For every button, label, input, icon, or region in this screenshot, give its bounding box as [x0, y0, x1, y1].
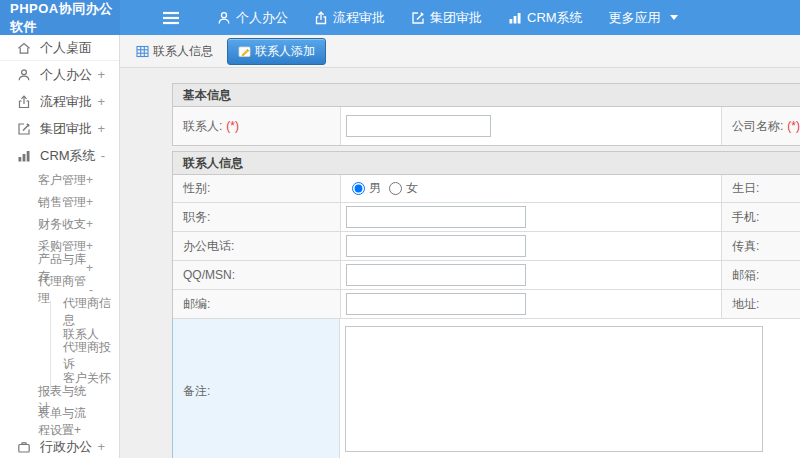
table-icon: [136, 45, 149, 58]
expand-plus-icon[interactable]: +: [86, 195, 93, 209]
contact-name-cell: [341, 107, 722, 145]
form-row-qq-msn: QQ/MSN: 邮箱:: [173, 261, 800, 290]
form-row-office-phone: 办公电话: 传真:: [173, 232, 800, 261]
zip-code-cell: [341, 290, 722, 318]
sidebar-item-label: 财务收支: [38, 216, 86, 233]
sidebar-item-label: 代理商信息: [63, 295, 119, 329]
tab-contact-info[interactable]: 联系人信息: [130, 39, 219, 64]
qq-msn-cell: [341, 261, 722, 289]
sidebar-item-crm[interactable]: CRM系统 -: [0, 142, 119, 169]
address-label: 地址:: [722, 290, 800, 318]
remarks-textarea[interactable]: [345, 326, 763, 452]
sidebar-item-admin-office[interactable]: 行政办公 +: [0, 433, 119, 458]
hamburger-icon: [162, 11, 180, 25]
sidebar-item-group-approval[interactable]: 集团审批 +: [0, 115, 119, 142]
office-phone-input[interactable]: [346, 235, 526, 257]
female-radio[interactable]: [389, 182, 402, 195]
female-radio-label[interactable]: 女: [406, 180, 418, 197]
form-row-gender: 性别: 男 女 生日:: [173, 175, 800, 203]
office-phone-label: 办公电话:: [173, 232, 341, 260]
sidebar-subgroup-agent: 代理商信息 联系人 代理商投诉 客户关怀: [50, 301, 119, 389]
edit-pencil-icon: [238, 45, 251, 58]
sidebar-item-sales-mgmt[interactable]: 销售管理 +: [0, 191, 119, 213]
home-icon: [17, 41, 32, 55]
collapse-minus-icon[interactable]: -: [101, 148, 105, 163]
male-radio-label[interactable]: 男: [369, 180, 381, 197]
bar-chart-icon: [17, 149, 32, 163]
section-header-basic-info: 基本信息: [173, 84, 800, 107]
expand-plus-icon[interactable]: +: [97, 67, 105, 82]
menu-toggle-button[interactable]: [162, 11, 180, 25]
birthday-label: 生日:: [722, 175, 800, 202]
expand-plus-icon[interactable]: +: [86, 239, 93, 253]
sidebar-item-label: 客户管理: [38, 172, 86, 189]
sidebar-item-personal-desktop[interactable]: 个人桌面: [0, 35, 119, 61]
form-row-contact: 联系人:(*) 公司名称:(*): [173, 107, 800, 145]
required-mark: (*): [226, 119, 239, 133]
sidebar-item-finance[interactable]: 财务收支 +: [0, 213, 119, 235]
company-name-label: 公司名称:(*): [722, 107, 800, 145]
nav-item-workflow-approval[interactable]: 流程审批: [301, 0, 398, 35]
sidebar-item-customer-mgmt[interactable]: 客户管理 +: [0, 169, 119, 191]
expand-plus-icon[interactable]: +: [86, 217, 93, 231]
zip-code-input[interactable]: [346, 293, 526, 315]
email-label: 邮箱:: [722, 261, 800, 289]
fax-label: 传真:: [722, 232, 800, 260]
sidebar-item-agent-complaints[interactable]: 代理商投诉: [51, 345, 119, 367]
qq-msn-label: QQ/MSN:: [173, 261, 341, 289]
sidebar-item-label: 个人办公: [40, 66, 92, 84]
bar-chart-icon: [508, 11, 522, 25]
nav-item-group-approval[interactable]: 集团审批: [398, 0, 495, 35]
tab-contact-add[interactable]: 联系人添加: [227, 38, 326, 65]
nav-item-label: 集团审批: [430, 9, 482, 27]
zip-code-label: 邮编:: [173, 290, 341, 318]
sidebar-item-label: CRM系统: [40, 147, 96, 165]
sidebar-item-label: 集团审批: [40, 120, 92, 138]
tab-bar: 联系人信息 联系人添加: [120, 35, 800, 68]
caret-down-icon: [670, 15, 678, 20]
nav-item-label: 更多应用: [609, 9, 661, 27]
share-up-icon: [314, 11, 328, 25]
nav-item-label: CRM系统: [527, 9, 583, 27]
remarks-label: 备注:: [172, 319, 340, 458]
section-header-contact-info: 联系人信息: [173, 152, 800, 175]
nav-item-crm-system[interactable]: CRM系统: [495, 0, 596, 35]
sidebar-item-label: 流程审批: [40, 93, 92, 111]
edit-square-icon: [411, 11, 425, 25]
sidebar-item-form-workflow-settings[interactable]: 表单与流程设置+: [0, 411, 119, 433]
qq-msn-input[interactable]: [346, 264, 526, 286]
nav-item-more-apps[interactable]: 更多应用: [596, 0, 691, 35]
required-mark: (*): [787, 119, 800, 133]
sidebar-item-workflow-approval[interactable]: 流程审批 +: [0, 88, 119, 115]
expand-plus-icon[interactable]: +: [86, 173, 93, 187]
expand-plus-icon[interactable]: +: [97, 94, 105, 109]
contact-name-label: 联系人:(*): [173, 107, 341, 145]
nav-item-label: 个人办公: [236, 9, 288, 27]
basic-info-section: 基本信息 联系人:(*) 公司名称:(*): [172, 83, 800, 146]
app-logo[interactable]: PHPOA协同办公软件: [0, 0, 120, 35]
tab-label: 联系人添加: [255, 43, 315, 60]
office-phone-cell: [341, 232, 722, 260]
gender-label: 性别:: [173, 175, 341, 202]
male-radio[interactable]: [352, 182, 365, 195]
top-navigation: 个人办公 流程审批 集团审批 CRM系统 更多应用: [204, 0, 691, 35]
contact-add-form: 基本信息 联系人:(*) 公司名称:(*) 联系人信息 性别: 男 女: [172, 83, 800, 458]
expand-plus-icon[interactable]: +: [97, 439, 105, 454]
job-title-label: 职务:: [173, 203, 341, 231]
job-title-input[interactable]: [346, 206, 526, 228]
contact-name-input[interactable]: [346, 115, 491, 137]
expand-plus-icon[interactable]: +: [97, 121, 105, 136]
sidebar-item-label: 代理商投诉: [63, 339, 119, 373]
form-row-remarks: 备注:: [173, 319, 800, 458]
briefcase-icon: [17, 440, 32, 454]
form-row-zip: 邮编: 地址:: [173, 290, 800, 319]
edit-square-icon: [17, 122, 32, 136]
sidebar-item-label: 行政办公: [40, 438, 92, 456]
contact-info-section: 联系人信息 性别: 男 女 生日: 职务: 手机: 办公电话: 传真:: [172, 151, 800, 458]
share-up-icon: [17, 95, 32, 109]
top-bar: PHPOA协同办公软件 个人办公 流程审批 集团审批 CRM系统 更多应用: [0, 0, 800, 35]
nav-item-personal-office[interactable]: 个人办公: [204, 0, 301, 35]
sidebar-item-personal-office[interactable]: 个人办公 +: [0, 61, 119, 88]
gender-cell: 男 女: [341, 175, 722, 202]
user-icon: [17, 68, 32, 82]
